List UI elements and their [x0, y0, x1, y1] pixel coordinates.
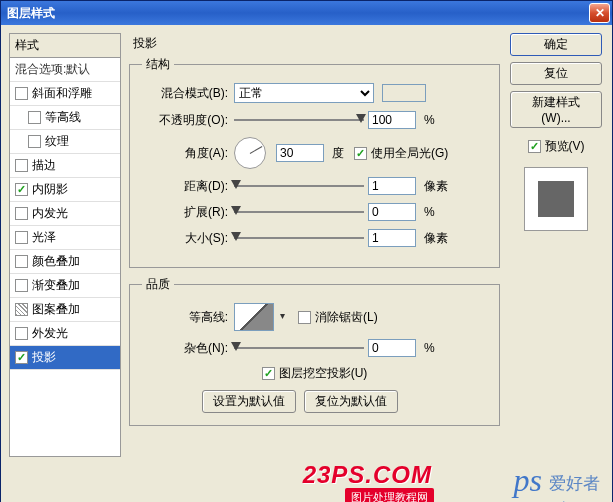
size-label: 大小(S):	[142, 230, 230, 247]
style-item-9[interactable]: 图案叠加	[10, 298, 120, 322]
checkbox-icon[interactable]	[28, 135, 41, 148]
checkbox-icon[interactable]	[28, 111, 41, 124]
distance-input[interactable]	[368, 177, 416, 195]
angle-unit: 度	[332, 145, 344, 162]
opacity-unit: %	[424, 113, 435, 127]
watermark-tag: 图片处理教程网	[345, 488, 434, 502]
reset-default-button[interactable]: 复位为默认值	[304, 390, 398, 413]
checkbox-icon	[528, 140, 541, 153]
checkbox-icon	[262, 367, 275, 380]
quality-group: 品质 等高线: 消除锯齿(L) 杂色(N): %	[129, 276, 500, 426]
style-item-label: 内阴影	[32, 181, 68, 198]
checkbox-icon[interactable]	[15, 255, 28, 268]
style-item-3[interactable]: 描边	[10, 154, 120, 178]
spread-slider[interactable]	[234, 207, 364, 217]
contour-picker[interactable]	[234, 303, 274, 331]
angle-row: 角度(A): 度 使用全局光(G)	[142, 137, 487, 169]
quality-legend: 品质	[142, 276, 174, 293]
styles-list-header: 样式	[10, 34, 120, 58]
size-slider[interactable]	[234, 233, 364, 243]
style-item-7[interactable]: 颜色叠加	[10, 250, 120, 274]
action-panel: 确定 复位 新建样式(W)... 预览(V)	[508, 33, 604, 457]
spread-input[interactable]	[368, 203, 416, 221]
knockout-label: 图层挖空投影(U)	[279, 365, 368, 382]
style-item-label: 外发光	[32, 325, 68, 342]
style-item-8[interactable]: 渐变叠加	[10, 274, 120, 298]
spread-label: 扩展(R):	[142, 204, 230, 221]
watermark-logo: 23PS.COM	[303, 461, 432, 489]
angle-dial[interactable]	[234, 137, 266, 169]
noise-input[interactable]	[368, 339, 416, 357]
contour-row: 等高线: 消除锯齿(L)	[142, 303, 487, 331]
blend-mode-select[interactable]: 正常	[234, 83, 374, 103]
style-item-5[interactable]: 内发光	[10, 202, 120, 226]
close-icon[interactable]: ✕	[589, 3, 610, 23]
style-item-label: 光泽	[32, 229, 56, 246]
checkbox-icon[interactable]	[15, 183, 28, 196]
global-light-label: 使用全局光(G)	[371, 145, 448, 162]
style-item-11[interactable]: 投影	[10, 346, 120, 370]
style-item-label: 渐变叠加	[32, 277, 80, 294]
distance-unit: 像素	[424, 178, 448, 195]
distance-slider[interactable]	[234, 181, 364, 191]
size-input[interactable]	[368, 229, 416, 247]
distance-label: 距离(D):	[142, 178, 230, 195]
window-title: 图层样式	[7, 5, 55, 22]
cancel-button[interactable]: 复位	[510, 62, 602, 85]
global-light-check[interactable]: 使用全局光(G)	[354, 145, 448, 162]
checkbox-icon[interactable]	[15, 159, 28, 172]
preview-check[interactable]: 预览(V)	[528, 138, 585, 155]
knockout-check[interactable]: 图层挖空投影(U)	[262, 365, 368, 382]
size-unit: 像素	[424, 230, 448, 247]
noise-unit: %	[424, 341, 435, 355]
checkbox-icon[interactable]	[15, 303, 28, 316]
knockout-row: 图层挖空投影(U)	[142, 365, 487, 382]
style-item-4[interactable]: 内阴影	[10, 178, 120, 202]
checkbox-icon[interactable]	[15, 351, 28, 364]
shadow-color-swatch[interactable]	[382, 84, 426, 102]
opacity-slider[interactable]	[234, 115, 364, 125]
preview-label: 预览(V)	[545, 138, 585, 155]
settings-panel: 投影 结构 混合模式(B): 正常 不透明度(O):	[129, 33, 500, 457]
style-item-label: 等高线	[45, 109, 81, 126]
make-default-button[interactable]: 设置为默认值	[202, 390, 296, 413]
watermark-area: 23PS.COM 图片处理教程网 ps 爱好者 www.psahz.com	[1, 465, 612, 502]
checkbox-icon[interactable]	[15, 207, 28, 220]
noise-slider[interactable]	[234, 343, 364, 353]
blend-mode-label: 混合模式(B):	[142, 85, 230, 102]
distance-row: 距离(D): 像素	[142, 177, 487, 195]
new-style-button[interactable]: 新建样式(W)...	[510, 91, 602, 128]
style-item-0[interactable]: 斜面和浮雕	[10, 82, 120, 106]
checkbox-icon[interactable]	[15, 87, 28, 100]
ok-button[interactable]: 确定	[510, 33, 602, 56]
style-item-label: 投影	[32, 349, 56, 366]
structure-group: 结构 混合模式(B): 正常 不透明度(O): %	[129, 56, 500, 268]
opacity-input[interactable]	[368, 111, 416, 129]
style-item-6[interactable]: 光泽	[10, 226, 120, 250]
angle-label: 角度(A):	[142, 145, 230, 162]
checkbox-icon[interactable]	[15, 279, 28, 292]
style-item-label: 纹理	[45, 133, 69, 150]
title-bar[interactable]: 图层样式 ✕	[1, 1, 612, 25]
anti-alias-label: 消除锯齿(L)	[315, 309, 378, 326]
spread-unit: %	[424, 205, 435, 219]
style-item-2[interactable]: 纹理	[10, 130, 120, 154]
style-item-label: 斜面和浮雕	[32, 85, 92, 102]
angle-input[interactable]	[276, 144, 324, 162]
style-item-1[interactable]: 等高线	[10, 106, 120, 130]
opacity-label: 不透明度(O):	[142, 112, 230, 129]
default-btn-row: 设置为默认值 复位为默认值	[202, 390, 487, 413]
checkbox-icon[interactable]	[15, 231, 28, 244]
checkbox-icon[interactable]	[15, 327, 28, 340]
layer-style-dialog: 图层样式 ✕ 样式 混合选项:默认 斜面和浮雕等高线纹理描边内阴影内发光光泽颜色…	[0, 0, 613, 502]
preview-swatch	[524, 167, 588, 231]
styles-list-panel: 样式 混合选项:默认 斜面和浮雕等高线纹理描边内阴影内发光光泽颜色叠加渐变叠加图…	[9, 33, 121, 457]
style-item-label: 图案叠加	[32, 301, 80, 318]
contour-label: 等高线:	[142, 309, 230, 326]
structure-legend: 结构	[142, 56, 174, 73]
section-title: 投影	[129, 33, 500, 56]
style-item-10[interactable]: 外发光	[10, 322, 120, 346]
anti-alias-check[interactable]: 消除锯齿(L)	[298, 309, 378, 326]
blending-options-default[interactable]: 混合选项:默认	[10, 58, 120, 82]
noise-label: 杂色(N):	[142, 340, 230, 357]
